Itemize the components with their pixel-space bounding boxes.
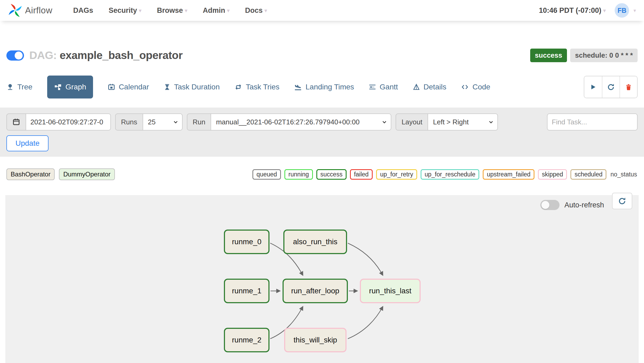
view-tabs: Tree Graph Calendar Task Duration Task T… bbox=[0, 75, 644, 99]
status-running[interactable]: running bbox=[284, 169, 313, 180]
trigger-dag-button[interactable] bbox=[584, 76, 602, 98]
toggle-knob bbox=[15, 52, 23, 60]
run-label: Run bbox=[187, 113, 211, 131]
status-failed[interactable]: failed bbox=[350, 169, 373, 180]
run-select[interactable]: manual__2021-06-02T16:27:26.797940+00:00 bbox=[211, 113, 391, 131]
task-node-runme_0[interactable]: runme_0 bbox=[224, 230, 269, 254]
delete-dag-button[interactable] bbox=[619, 76, 637, 98]
dag-actions-group bbox=[584, 76, 638, 98]
layout-label: Layout bbox=[396, 113, 428, 131]
auto-refresh-toggle[interactable] bbox=[540, 200, 560, 210]
legend-row: BashOperator DummyOperator queued runnin… bbox=[0, 168, 644, 180]
hourglass-icon bbox=[164, 83, 171, 91]
calendar-icon bbox=[108, 83, 115, 91]
find-task-input[interactable] bbox=[547, 113, 638, 131]
avatar[interactable]: FB bbox=[615, 3, 629, 18]
nav-dags[interactable]: DAGs bbox=[73, 6, 93, 15]
status-no-status: no_status bbox=[610, 170, 638, 179]
status-legend: queued running success failed up_for_ret… bbox=[252, 169, 638, 180]
chevron-down-icon[interactable]: ▾ bbox=[633, 8, 636, 13]
layout-select[interactable]: Left > Right bbox=[428, 113, 498, 131]
navbar: Airflow DAGs Security▾ Browse▾ Admin▾ Do… bbox=[0, 0, 644, 21]
dag-prefix: DAG: bbox=[29, 49, 57, 61]
legend-bash-operator: BashOperator bbox=[6, 168, 55, 180]
tab-task-duration[interactable]: Task Duration bbox=[164, 83, 220, 91]
chevron-down-icon: ▾ bbox=[185, 8, 187, 13]
task-node-runme_1[interactable]: runme_1 bbox=[224, 279, 269, 303]
pinwheel-icon bbox=[8, 3, 22, 18]
nav-browse[interactable]: Browse▾ bbox=[157, 6, 187, 15]
triangle-details-icon bbox=[413, 83, 420, 91]
status-up-for-reschedule[interactable]: up_for_reschedule bbox=[421, 169, 480, 180]
chevron-down-icon bbox=[488, 119, 494, 125]
tab-details[interactable]: Details bbox=[413, 83, 446, 91]
page-title: DAG: example_bash_operator bbox=[29, 49, 183, 62]
chevron-down-icon: ▾ bbox=[603, 8, 606, 13]
base-date-group bbox=[6, 113, 111, 131]
schedule-badge[interactable]: schedule: 0 0 * * * bbox=[570, 49, 638, 62]
main-nav: DAGs Security▾ Browse▾ Admin▾ Docs▾ bbox=[73, 6, 267, 15]
calendar-icon bbox=[12, 118, 20, 126]
update-button[interactable]: Update bbox=[6, 135, 49, 151]
tab-task-tries[interactable]: Task Tries bbox=[234, 83, 279, 91]
status-up-for-retry[interactable]: up_for_retry bbox=[376, 169, 417, 180]
status-scheduled[interactable]: scheduled bbox=[570, 169, 606, 180]
code-brackets-icon bbox=[461, 83, 469, 91]
chevron-down-icon bbox=[382, 119, 387, 125]
nav-security[interactable]: Security▾ bbox=[109, 6, 142, 15]
chevron-down-icon: ▾ bbox=[264, 8, 267, 13]
dag-pause-toggle[interactable] bbox=[6, 50, 24, 61]
play-icon bbox=[590, 84, 597, 90]
auto-refresh-label: Auto-refresh bbox=[564, 201, 604, 209]
refresh-icon bbox=[607, 83, 615, 91]
gantt-bars-icon bbox=[369, 83, 376, 91]
toggle-knob bbox=[541, 201, 549, 209]
status-success[interactable]: success bbox=[316, 169, 347, 180]
chevron-down-icon: ▾ bbox=[227, 8, 230, 13]
tab-landing-times[interactable]: Landing Times bbox=[294, 83, 354, 91]
tab-calendar[interactable]: Calendar bbox=[108, 83, 149, 91]
runs-select[interactable]: 25 bbox=[143, 113, 183, 131]
status-upstream-failed[interactable]: upstream_failed bbox=[483, 169, 534, 180]
timezone-selector[interactable]: 10:46 PDT (-07:00) ▾ bbox=[539, 6, 606, 15]
airflow-logo[interactable]: Airflow bbox=[8, 3, 53, 18]
chevron-down-icon bbox=[173, 119, 178, 125]
tab-code[interactable]: Code bbox=[461, 83, 490, 91]
refresh-dag-button[interactable] bbox=[602, 76, 619, 98]
task-node-run_after_loop[interactable]: run_after_loop bbox=[283, 279, 348, 303]
chevron-down-icon: ▾ bbox=[139, 8, 142, 13]
task-node-also_run_this[interactable]: also_run_this bbox=[283, 230, 347, 254]
runs-label: Runs bbox=[115, 113, 143, 131]
filter-bar: Runs 25 Run manual__2021-06-02T16:27:26.… bbox=[0, 108, 644, 157]
repeat-icon bbox=[234, 83, 242, 91]
tab-graph[interactable]: Graph bbox=[47, 76, 93, 98]
calendar-addon[interactable] bbox=[6, 113, 26, 131]
plane-landing-icon bbox=[294, 83, 302, 91]
edge-this_will_skip-run_this_last bbox=[348, 307, 383, 339]
dag-name: example_bash_operator bbox=[60, 49, 183, 61]
task-node-runme_2[interactable]: runme_2 bbox=[224, 328, 269, 352]
base-date-input[interactable] bbox=[26, 113, 111, 131]
edge-also_run_this-run_this_last bbox=[348, 243, 383, 275]
tree-pin-icon bbox=[6, 83, 14, 91]
nav-docs[interactable]: Docs▾ bbox=[245, 6, 267, 15]
clock-text: 10:46 PDT (-07:00) bbox=[539, 6, 601, 15]
brand-name: Airflow bbox=[25, 5, 53, 15]
run-group: Run manual__2021-06-02T16:27:26.797940+0… bbox=[187, 113, 392, 131]
tab-tree[interactable]: Tree bbox=[6, 83, 33, 91]
task-node-this_will_skip[interactable]: this_will_skip bbox=[284, 328, 347, 352]
dag-status-badge[interactable]: success bbox=[530, 49, 567, 62]
task-node-run_this_last[interactable]: run_this_last bbox=[360, 279, 421, 303]
graph-refresh-button[interactable] bbox=[612, 193, 632, 209]
status-queued[interactable]: queued bbox=[252, 169, 281, 180]
refresh-icon bbox=[618, 197, 626, 205]
tab-gantt[interactable]: Gantt bbox=[369, 83, 398, 91]
layout-group: Layout Left > Right bbox=[396, 113, 498, 131]
trash-icon bbox=[625, 83, 632, 91]
sitemap-icon bbox=[54, 83, 62, 91]
status-skipped[interactable]: skipped bbox=[538, 169, 567, 180]
dag-header: DAG: example_bash_operator success sched… bbox=[0, 21, 644, 62]
runs-group: Runs 25 bbox=[115, 113, 183, 131]
nav-admin[interactable]: Admin▾ bbox=[203, 6, 230, 15]
dag-graph-panel: runme_0 also_run_this runme_1 run_after_… bbox=[5, 195, 639, 363]
